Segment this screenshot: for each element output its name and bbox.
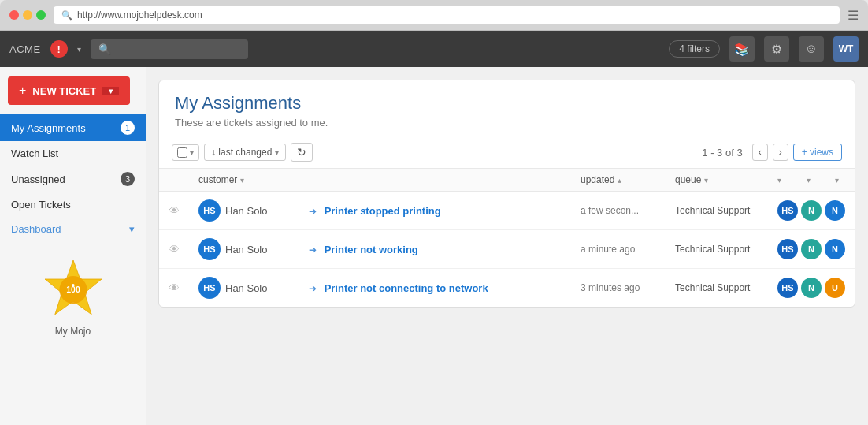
sort-button[interactable]: ↓ last changed ▾: [204, 144, 286, 161]
subject-cell: ➔ Printer stopped printing: [299, 192, 571, 230]
col-header-customer[interactable]: customer ▾: [189, 169, 299, 192]
browser-chrome: 🔍 http://www.mojohelpdesk.com ☰: [0, 0, 868, 31]
user-avatar[interactable]: WT: [833, 36, 859, 62]
customer-name: Han Solo: [225, 282, 267, 294]
sidebar-item-my-assignments[interactable]: My Assignments 1: [0, 114, 146, 141]
customer-avatar: HS: [198, 277, 221, 299]
url-bar[interactable]: 🔍 http://www.mojohelpdesk.com: [54, 6, 840, 24]
assignee-badge: U: [825, 278, 845, 298]
my-assignments-badge: 1: [121, 121, 135, 135]
eye-icon[interactable]: 👁: [169, 281, 180, 294]
plus-icon: +: [19, 84, 26, 98]
col-header-eye: [159, 169, 189, 192]
close-dot: [9, 10, 19, 20]
customer-cell: HS Han Solo: [189, 269, 299, 308]
col-header-subject: [299, 169, 571, 192]
url-icon: 🔍: [61, 10, 72, 21]
assignee-badge: N: [801, 239, 822, 259]
filters-button[interactable]: 4 filters: [669, 40, 720, 58]
panel-header: My Assignments These are tickets assigne…: [159, 80, 855, 136]
star-graphic: ● 100: [42, 257, 105, 320]
select-all-checkbox[interactable]: [177, 147, 187, 158]
ticket-arrow-icon: ➔: [309, 283, 317, 294]
ticket-arrow-icon: ➔: [309, 206, 317, 217]
updated-cell: 3 minutes ago: [571, 269, 666, 308]
refresh-button[interactable]: ↻: [291, 143, 313, 162]
updated-cell: a few secon...: [571, 192, 666, 230]
queue-cell: Technical Support: [666, 192, 768, 230]
eye-icon[interactable]: 👁: [169, 204, 180, 217]
badges-cell: HSNN: [768, 230, 855, 269]
customer-cell: HS Han Solo: [189, 192, 299, 230]
badges-cell: HSNN: [768, 192, 855, 230]
alert-button[interactable]: !: [50, 40, 68, 58]
assignee-badge: N: [801, 200, 822, 221]
sidebar-item-unassigned[interactable]: Unassigned 3: [0, 166, 146, 192]
sidebar-item-dashboard[interactable]: Dashboard ▾: [0, 217, 146, 241]
tickets-table: customer ▾ updated ▴ queue ▾ ▾ ▾ ▾ 👁: [159, 169, 855, 307]
dashboard-dropdown-arrow: ▾: [129, 223, 135, 235]
customer-cell: HS Han Solo: [189, 230, 299, 269]
sidebar-item-watch-list[interactable]: Watch List: [0, 141, 146, 166]
minimize-dot: [23, 10, 32, 20]
smile-icon-button[interactable]: ☺: [799, 36, 824, 62]
star-widget: ● 100 My Mojo: [0, 241, 146, 345]
col-header-extra3[interactable]: ▾: [825, 169, 855, 192]
book-icon-button[interactable]: 📚: [729, 36, 755, 62]
tickets-panel: My Assignments These are tickets assigne…: [158, 80, 855, 308]
new-ticket-label: NEW TICKET: [32, 85, 96, 97]
ticket-subject[interactable]: Printer not connecting to network: [325, 282, 488, 294]
col-header-extra1[interactable]: ▾: [768, 169, 797, 192]
sidebar-item-watch-list-label: Watch List: [11, 147, 135, 159]
gear-icon-button[interactable]: ⚙: [764, 36, 789, 62]
checkbox-dropdown-arrow[interactable]: ▾: [190, 148, 194, 157]
prev-page-button[interactable]: ‹: [752, 144, 768, 161]
eye-cell: 👁: [159, 269, 189, 308]
eye-icon[interactable]: 👁: [169, 243, 180, 255]
sidebar: + NEW TICKET ▾ My Assignments 1 Watch Li…: [0, 67, 146, 425]
customer-name: Han Solo: [225, 244, 267, 255]
customer-name: Han Solo: [225, 205, 267, 217]
alert-dropdown-arrow[interactable]: ▾: [77, 45, 81, 54]
col-header-updated[interactable]: updated ▴: [571, 169, 666, 192]
sidebar-item-open-tickets[interactable]: Open Tickets: [0, 192, 146, 217]
assignee-badge: N: [801, 278, 822, 298]
new-ticket-dropdown-arrow[interactable]: ▾: [102, 87, 119, 95]
smile-icon: ☺: [805, 42, 818, 56]
ticket-subject[interactable]: Printer stopped printing: [325, 205, 441, 217]
customer-avatar: HS: [198, 238, 221, 260]
views-button[interactable]: + views: [793, 144, 842, 161]
page-title: My Assignments: [175, 93, 839, 114]
assignee-badge: HS: [777, 278, 798, 298]
subject-cell: ➔ Printer not working: [299, 230, 571, 269]
sort-dropdown-arrow: ▾: [275, 148, 279, 157]
assignee-badge: N: [825, 200, 845, 221]
eye-cell: 👁: [159, 192, 189, 230]
sidebar-item-dashboard-label: Dashboard: [11, 223, 129, 235]
col-header-extra2[interactable]: ▾: [797, 169, 826, 192]
badges-cell: HSNU: [768, 269, 855, 308]
col-header-queue[interactable]: queue ▾: [666, 169, 768, 192]
sort-label: ↓ last changed: [211, 147, 272, 158]
new-ticket-button[interactable]: + NEW TICKET ▾: [8, 76, 130, 105]
star-label: My Mojo: [8, 326, 138, 337]
search-input[interactable]: [91, 39, 248, 59]
table-row: 👁 HS Han Solo ➔ Printer not working a mi…: [159, 230, 855, 269]
checkbox-dropdown[interactable]: ▾: [172, 144, 199, 161]
customer-avatar: HS: [198, 199, 221, 222]
book-icon: 📚: [734, 42, 750, 57]
unassigned-badge: 3: [121, 172, 135, 186]
browser-menu-icon[interactable]: ☰: [848, 8, 859, 23]
app-container: ACME ! ▾ 4 filters 📚 ⚙ ☺ WT + NEW TICKET…: [0, 31, 868, 425]
subject-cell: ➔ Printer not connecting to network: [299, 269, 571, 308]
next-page-button[interactable]: ›: [773, 144, 788, 161]
assignee-badge: N: [825, 239, 845, 259]
ticket-toolbar: ▾ ↓ last changed ▾ ↻ 1 - 3 of 3 ‹ › + vi…: [159, 136, 855, 169]
queue-cell: Technical Support: [666, 230, 768, 269]
panel-subtitle: These are tickets assigned to me.: [175, 117, 839, 129]
sidebar-item-open-tickets-label: Open Tickets: [11, 199, 135, 211]
ticket-subject[interactable]: Printer not working: [325, 244, 418, 255]
queue-cell: Technical Support: [666, 269, 768, 308]
assignee-badge: HS: [777, 239, 798, 259]
brand-label: ACME: [9, 43, 41, 55]
